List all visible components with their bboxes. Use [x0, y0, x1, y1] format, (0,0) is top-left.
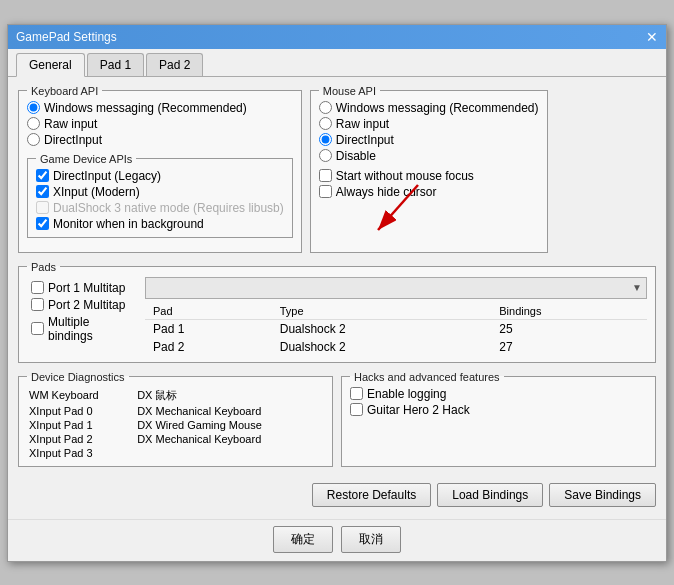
pads-check-2[interactable] — [31, 322, 44, 335]
title-bar: GamePad Settings ✕ — [8, 25, 666, 49]
pads-table: Pad Type Bindings Pad 1 Dualshock 2 25 — [145, 303, 647, 356]
pads-checkboxes: Port 1 Multitap Port 2 Multitap Multiple… — [27, 277, 137, 356]
ok-button[interactable]: 确定 — [273, 526, 333, 553]
diag-val-2: DX Wired Gaming Mouse — [135, 418, 324, 432]
gd-check-1[interactable] — [36, 185, 49, 198]
dialog-buttons-row: 确定 取消 — [8, 519, 666, 561]
diag-row-2: XInput Pad 1 DX Wired Gaming Mouse — [27, 418, 324, 432]
device-diagnostics-fieldset: Device Diagnostics WM Keyboard DX 鼠标 XIn… — [18, 371, 333, 467]
diag-dev-0: WM Keyboard — [27, 387, 135, 404]
gd-check-3[interactable] — [36, 217, 49, 230]
pad-row1-bindings: 27 — [491, 338, 647, 356]
diag-val-0: DX 鼠标 — [135, 387, 324, 404]
kb-radio-0[interactable] — [27, 101, 40, 114]
pad-row0-pad: Pad 1 — [145, 319, 272, 338]
gd-check-2 — [36, 201, 49, 214]
mouse-option-3[interactable]: Disable — [319, 149, 539, 163]
input-apis-row: Keyboard API Windows messaging (Recommen… — [18, 85, 656, 261]
save-bindings-button[interactable]: Save Bindings — [549, 483, 656, 507]
pad-row0-type: Dualshock 2 — [272, 319, 492, 338]
keyboard-api-legend: Keyboard API — [27, 85, 102, 97]
mouse-api-fieldset: Mouse API Windows messaging (Recommended… — [310, 85, 548, 253]
pads-row-0: Pad 1 Dualshock 2 25 — [145, 319, 647, 338]
diag-val-3: DX Mechanical Keyboard — [135, 432, 324, 446]
action-buttons-row: Restore Defaults Load Bindings Save Bind… — [18, 483, 656, 511]
pads-check-0[interactable] — [31, 281, 44, 294]
mouse-checkboxes: Start without mouse focus Always hide cu… — [319, 169, 539, 199]
gd-option-1[interactable]: XInput (Modern) — [36, 185, 284, 199]
pads-check-1[interactable] — [31, 298, 44, 311]
hacks-check-1[interactable] — [350, 403, 363, 416]
gd-check-0[interactable] — [36, 169, 49, 182]
pads-table-area: ▼ Pad Type Bindings Pad 1 — [145, 277, 647, 356]
mouse-radio-2[interactable] — [319, 133, 332, 146]
pads-legend: Pads — [27, 261, 60, 273]
game-device-apis-fieldset: Game Device APIs DirectInput (Legacy) XI… — [27, 153, 293, 238]
hacks-cb-0[interactable]: Enable logging — [350, 387, 647, 401]
pad-row0-bindings: 25 — [491, 319, 647, 338]
diag-row-4: XInput Pad 3 — [27, 446, 324, 460]
diag-val-4 — [135, 446, 324, 460]
close-button[interactable]: ✕ — [646, 30, 658, 44]
mouse-check-1[interactable] — [319, 185, 332, 198]
gd-option-0[interactable]: DirectInput (Legacy) — [36, 169, 284, 183]
diag-val-1: DX Mechanical Keyboard — [135, 404, 324, 418]
tab-content: Keyboard API Windows messaging (Recommen… — [8, 77, 666, 519]
game-device-apis-legend: Game Device APIs — [36, 153, 136, 165]
game-device-apis-options: DirectInput (Legacy) XInput (Modern) Dua… — [36, 169, 284, 231]
keyboard-api-options: Windows messaging (Recommended) Raw inpu… — [27, 101, 293, 147]
kb-option-2[interactable]: DirectInput — [27, 133, 293, 147]
mouse-option-2[interactable]: DirectInput — [319, 133, 539, 147]
mouse-radio-3[interactable] — [319, 149, 332, 162]
hacks-fieldset: Hacks and advanced features Enable loggi… — [341, 371, 656, 467]
diag-dev-1: XInput Pad 0 — [27, 404, 135, 418]
kb-radio-1[interactable] — [27, 117, 40, 130]
mouse-radio-1[interactable] — [319, 117, 332, 130]
mouse-radio-0[interactable] — [319, 101, 332, 114]
pad-row1-pad: Pad 2 — [145, 338, 272, 356]
diag-row-3: XInput Pad 2 DX Mechanical Keyboard — [27, 432, 324, 446]
cancel-button[interactable]: 取消 — [341, 526, 401, 553]
pads-content: Port 1 Multitap Port 2 Multitap Multiple… — [27, 277, 647, 356]
diag-dev-3: XInput Pad 2 — [27, 432, 135, 446]
gd-option-2: DualShock 3 native mode (Requires libusb… — [36, 201, 284, 215]
diag-dev-4: XInput Pad 3 — [27, 446, 135, 460]
diag-dev-2: XInput Pad 1 — [27, 418, 135, 432]
pads-cb-1[interactable]: Port 2 Multitap — [31, 298, 133, 312]
kb-radio-2[interactable] — [27, 133, 40, 146]
load-bindings-button[interactable]: Load Bindings — [437, 483, 543, 507]
gd-option-3[interactable]: Monitor when in background — [36, 217, 284, 231]
gamepad-settings-window: GamePad Settings ✕ General Pad 1 Pad 2 K… — [7, 24, 667, 562]
hacks-checkboxes: Enable logging Guitar Hero 2 Hack — [350, 387, 647, 417]
hacks-check-0[interactable] — [350, 387, 363, 400]
col-pad: Pad — [145, 303, 272, 320]
tab-bar: General Pad 1 Pad 2 — [8, 49, 666, 77]
pad-row1-type: Dualshock 2 — [272, 338, 492, 356]
pads-row-1: Pad 2 Dualshock 2 27 — [145, 338, 647, 356]
kb-option-0[interactable]: Windows messaging (Recommended) — [27, 101, 293, 115]
keyboard-api-fieldset: Keyboard API Windows messaging (Recommen… — [18, 85, 302, 253]
kb-option-1[interactable]: Raw input — [27, 117, 293, 131]
pads-cb-0[interactable]: Port 1 Multitap — [31, 281, 133, 295]
mouse-option-1[interactable]: Raw input — [319, 117, 539, 131]
mouse-cb-0[interactable]: Start without mouse focus — [319, 169, 539, 183]
tab-pad2[interactable]: Pad 2 — [146, 53, 203, 76]
mouse-check-0[interactable] — [319, 169, 332, 182]
hacks-cb-1[interactable]: Guitar Hero 2 Hack — [350, 403, 647, 417]
device-diagnostics-legend: Device Diagnostics — [27, 371, 129, 383]
diag-row-1: XInput Pad 0 DX Mechanical Keyboard — [27, 404, 324, 418]
diag-row-0: WM Keyboard DX 鼠标 — [27, 387, 324, 404]
col-type: Type — [272, 303, 492, 320]
dropdown-arrow-icon: ▼ — [632, 282, 642, 293]
mouse-option-0[interactable]: Windows messaging (Recommended) — [319, 101, 539, 115]
tab-pad1[interactable]: Pad 1 — [87, 53, 144, 76]
mouse-api-legend: Mouse API — [319, 85, 380, 97]
pad-type-dropdown[interactable]: ▼ — [145, 277, 647, 299]
col-bindings: Bindings — [491, 303, 647, 320]
hacks-legend: Hacks and advanced features — [350, 371, 504, 383]
device-diagnostics-table: WM Keyboard DX 鼠标 XInput Pad 0 DX Mechan… — [27, 387, 324, 460]
pads-cb-2[interactable]: Multiple bindings — [31, 315, 133, 343]
mouse-cb-1[interactable]: Always hide cursor — [319, 185, 539, 199]
tab-general[interactable]: General — [16, 53, 85, 77]
restore-defaults-button[interactable]: Restore Defaults — [312, 483, 431, 507]
